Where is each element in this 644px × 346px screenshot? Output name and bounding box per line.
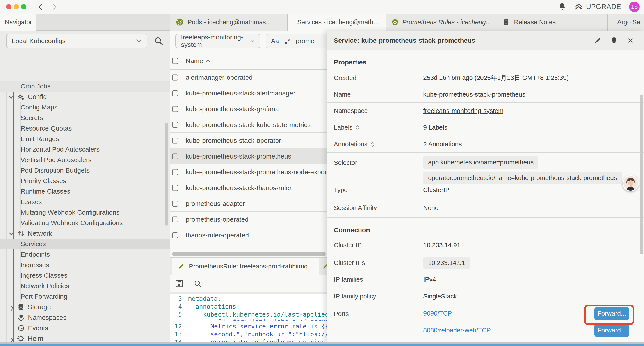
sidebar-item-resource-quotas[interactable]: Resource Quotas xyxy=(0,123,170,134)
search-icon[interactable] xyxy=(154,36,164,46)
chevron-down-icon xyxy=(9,94,14,98)
sort-toggle-icon[interactable] xyxy=(356,125,360,130)
sidebar-scrollbar[interactable] xyxy=(165,123,168,226)
search-input[interactable]: Aa * prome xyxy=(266,34,327,48)
table-row[interactable]: thanos-ruler-operated xyxy=(170,227,327,243)
case-sensitive-toggle[interactable]: Aa xyxy=(271,37,279,45)
detail-scrollbar[interactable] xyxy=(640,95,643,255)
row-checkbox[interactable] xyxy=(172,185,178,191)
sidebar-item-secrets[interactable]: Secrets xyxy=(0,113,170,123)
kubernetes-icon xyxy=(176,18,184,26)
sidebar-item-horizontal-pod-autoscalers[interactable]: Horizontal Pod Autoscalers xyxy=(0,144,170,155)
code-line: kubectl.kubernetes.io/last-applied-confi… xyxy=(203,311,327,318)
close-window-button[interactable] xyxy=(6,4,12,9)
sort-toggle-icon[interactable] xyxy=(370,142,375,147)
namespace-filter-select[interactable]: freeleaps-monitoring-system xyxy=(175,34,260,48)
detail-row-created: Created 253d 16h 6m ago (2025年1月13日 GMT+… xyxy=(327,70,644,86)
delete-trash-icon[interactable] xyxy=(610,36,618,44)
code-link[interactable]: https://net xyxy=(299,331,327,338)
row-checkbox[interactable] xyxy=(172,106,178,112)
save-icon[interactable] xyxy=(175,279,184,288)
sidebar-item-network[interactable]: Network xyxy=(0,228,170,239)
port-link-8080[interactable]: 8080:reloader-web/TCP xyxy=(423,327,491,334)
back-arrow-icon[interactable] xyxy=(36,3,45,11)
sidebar-item-limit-ranges[interactable]: Limit Ranges xyxy=(0,134,170,144)
sidebar-item-priority-classes[interactable]: Priority Classes xyxy=(0,176,170,186)
regex-toggle[interactable]: * xyxy=(285,37,290,45)
sidebar-item-runtime-classes[interactable]: Runtime Classes xyxy=(0,186,170,197)
yaml-editor[interactable]: 3 metadata: 4 annotations: 5 kubectl.kub… xyxy=(170,294,327,343)
table-row[interactable]: kube-prometheus-stack-kube-state-metrics xyxy=(170,117,327,133)
name-column-header[interactable]: Name xyxy=(186,57,210,65)
sidebar-item-helm[interactable]: Helm xyxy=(0,333,170,343)
sidebar-item-endpoints[interactable]: Endpoints xyxy=(0,249,170,260)
sidebar-item-leases[interactable]: Leases xyxy=(0,197,170,207)
row-checkbox[interactable] xyxy=(172,169,178,175)
row-checkbox[interactable] xyxy=(172,137,178,143)
select-all-checkbox[interactable] xyxy=(172,58,178,64)
notifications-bell-icon[interactable] xyxy=(558,2,566,11)
sidebar-item-config-maps[interactable]: Config Maps xyxy=(0,102,170,113)
sidebar-item-port-forwarding[interactable]: Port Forwarding xyxy=(0,291,170,302)
row-checkbox[interactable] xyxy=(172,201,178,207)
sidebar-item-network-policies[interactable]: Network Policies xyxy=(0,281,170,291)
tab-services-active[interactable]: Services - icecheng@math... × xyxy=(288,13,386,31)
zoom-window-button[interactable] xyxy=(21,4,26,9)
tab-prometheus-rules[interactable]: Prometheus Rules - icecheng... xyxy=(386,13,497,31)
detail-row-cluster-ip: Cluster IP 10.233.14.91 xyxy=(327,236,644,255)
table-row[interactable]: prometheus-operated xyxy=(170,212,327,227)
sidebar-item-services[interactable]: Services xyxy=(0,239,170,249)
detail-row-name: Name kube-prometheus-stack-prometheus xyxy=(327,86,644,103)
table-row[interactable]: kube-prometheus-stack-alertmanager xyxy=(170,85,327,101)
table-row[interactable]: kube-prometheus-stack-operator xyxy=(170,133,327,148)
avatar[interactable] xyxy=(622,175,639,191)
sidebar-item-namespaces[interactable]: Namespaces xyxy=(0,312,170,323)
sidebar-item-cron-jobs[interactable]: Cron Jobs xyxy=(0,81,170,91)
row-checkbox[interactable] xyxy=(172,232,178,238)
table-row[interactable]: kube-prometheus-stack-thanos-ruler xyxy=(170,180,327,196)
upgrade-label: UPGRADE xyxy=(586,3,621,11)
forward-button[interactable]: Forward... xyxy=(594,324,629,337)
tab-release-notes[interactable]: Release Notes xyxy=(497,13,608,31)
table-row[interactable]: kube-prometheus-stack-grafana xyxy=(170,101,327,117)
kubeconfig-selector[interactable]: Local Kubeconfigs xyxy=(6,34,147,48)
row-checkbox[interactable] xyxy=(172,153,178,159)
table-row[interactable]: prometheus-adapter xyxy=(170,196,327,212)
minimize-window-button[interactable] xyxy=(14,4,19,9)
search-icon[interactable] xyxy=(194,280,202,288)
sidebar-item-ingress-classes[interactable]: Ingress Classes xyxy=(0,270,170,281)
section-heading-properties: Properties xyxy=(327,50,644,70)
detail-row-selector: Selector app.kubernetes.io/name=promethe… xyxy=(327,153,644,182)
tab-argo[interactable]: Argo Se xyxy=(608,13,644,31)
sidebar-item-ingresses[interactable]: Ingresses xyxy=(0,260,170,270)
table-row[interactable]: kube-prometheus-stack-prometheus-node-ex… xyxy=(170,164,327,180)
sidebar-item-validating-webhook-configurations[interactable]: Validating Webhook Configurations xyxy=(0,218,170,228)
upgrade-button[interactable]: UPGRADE xyxy=(574,3,621,11)
sidebar-item-pod-disruption-budgets[interactable]: Pod Disruption Budgets xyxy=(0,165,170,176)
row-checkbox[interactable] xyxy=(172,216,178,222)
section-heading-connection: Connection xyxy=(327,218,644,236)
sidebar-item-storage[interactable]: Storage xyxy=(0,302,170,312)
row-checkbox[interactable] xyxy=(172,74,178,80)
sidebar-item-config[interactable]: Config xyxy=(0,91,170,102)
edit-pencil-icon[interactable] xyxy=(594,36,602,44)
close-icon[interactable] xyxy=(626,37,634,44)
row-checkbox[interactable] xyxy=(172,90,178,96)
horizontal-scrollbar[interactable] xyxy=(172,252,326,256)
notification-count-badge[interactable]: 15 xyxy=(629,1,640,12)
bottom-scrollbar-strip[interactable] xyxy=(0,343,644,344)
detail-row-cluster-ips: Cluster IPs 10.233.14.91 xyxy=(327,255,644,271)
row-checkbox[interactable] xyxy=(172,122,178,128)
table-row[interactable]: alertmanager-operated xyxy=(170,70,327,85)
sidebar-item-mutating-webhook-configurations[interactable]: Mutating Webhook Configurations xyxy=(0,207,170,218)
port-link-9090[interactable]: 9090/TCP xyxy=(423,310,452,317)
editor-tab-prometheusrule[interactable]: PrometheusRule: freeleaps-prod-rabbitmq xyxy=(172,258,319,275)
namespace-link[interactable]: freeleaps-monitoring-system xyxy=(423,107,504,114)
forward-arrow-icon[interactable] xyxy=(50,3,59,11)
tab-navigator[interactable]: Navigator xyxy=(0,13,36,31)
tab-pods[interactable]: Pods - icecheng@mathmas... xyxy=(170,13,288,31)
detail-header: Service: kube-prometheus-stack-prometheu… xyxy=(327,31,644,50)
table-row-selected[interactable]: kube-prometheus-stack-prometheus xyxy=(170,148,327,164)
sidebar-item-events[interactable]: Events xyxy=(0,323,170,333)
sidebar-item-vertical-pod-autoscalers[interactable]: Vertical Pod Autoscalers xyxy=(0,155,170,165)
